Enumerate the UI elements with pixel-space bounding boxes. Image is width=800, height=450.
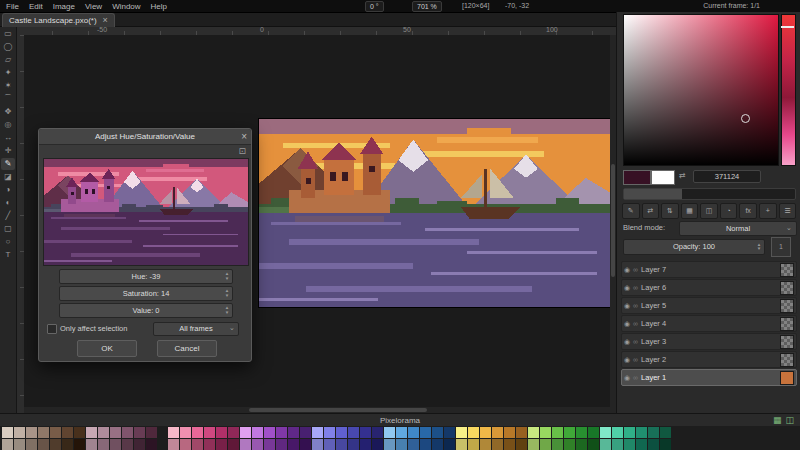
zoom-tool[interactable]: ◎ [1, 119, 15, 131]
palette-swatch[interactable] [456, 439, 467, 450]
palette-swatch[interactable] [146, 427, 157, 438]
palette-swatch[interactable] [98, 427, 109, 438]
palette-swatch[interactable] [660, 427, 671, 438]
palette-swatch[interactable] [276, 439, 287, 450]
layer-link-icon[interactable]: ∞ [633, 338, 638, 345]
layer-row[interactable]: ◉∞Layer 4 [621, 315, 797, 332]
menu-item-file[interactable]: File [6, 2, 19, 11]
palette-swatch[interactable] [168, 439, 179, 450]
layer-row[interactable]: ◉∞Layer 2 [621, 351, 797, 368]
palette-swatch[interactable] [38, 427, 49, 438]
menu-item-window[interactable]: Window [112, 2, 140, 11]
mirror-y-icon[interactable]: ⇅ [661, 203, 679, 219]
secondary-color-swatch[interactable] [651, 170, 675, 185]
palette-swatch[interactable] [134, 439, 145, 450]
palette-swatch[interactable] [324, 439, 335, 450]
palette-swatch[interactable] [38, 439, 49, 450]
value-slider[interactable]: Value: 0 [59, 303, 233, 318]
lasso-tool[interactable]: ⌒ [1, 93, 15, 105]
palette-swatch[interactable] [516, 439, 527, 450]
layer-link-icon[interactable]: ∞ [633, 374, 638, 381]
palette-swatch[interactable] [588, 427, 599, 438]
palette-swatch[interactable] [348, 439, 359, 450]
hue-slider[interactable]: Hue: -39 [59, 269, 233, 284]
palette-swatch[interactable] [468, 439, 479, 450]
palette-swatch[interactable] [228, 427, 239, 438]
color-picker-tool[interactable]: ✛ [1, 145, 15, 157]
palette-swatch[interactable] [648, 439, 659, 450]
layer-row[interactable]: ◉∞Layer 7 [621, 261, 797, 278]
spinner-icon[interactable] [223, 287, 231, 300]
layer-row[interactable]: ◉∞Layer 1 [621, 369, 797, 386]
palette-swatch[interactable] [384, 439, 395, 450]
palette-swatch[interactable] [122, 427, 133, 438]
palette-swatch[interactable] [264, 439, 275, 450]
palette-swatch[interactable] [168, 427, 179, 438]
layer-row[interactable]: ◉∞Layer 5 [621, 297, 797, 314]
hex-color-input[interactable]: 371124 [693, 170, 761, 183]
bucket-tool[interactable]: ◑ [1, 184, 15, 196]
color-picker-cursor[interactable] [741, 114, 750, 123]
color-select-tool[interactable]: ✦ [1, 67, 15, 79]
palette-swatch[interactable] [528, 439, 539, 450]
palette-swatch[interactable] [624, 439, 635, 450]
palette-swatch[interactable] [372, 427, 383, 438]
palette-swatch[interactable] [252, 427, 263, 438]
palette-swatch[interactable] [432, 439, 443, 450]
palette-swatch[interactable] [180, 427, 191, 438]
mirror-x-icon[interactable]: ⇄ [642, 203, 660, 219]
palette-swatch[interactable] [552, 439, 563, 450]
layer-row[interactable]: ◉∞Layer 6 [621, 279, 797, 296]
palette-swatch[interactable] [420, 439, 431, 450]
layer-visibility-icon[interactable]: ◉ [624, 302, 630, 310]
palette-swatch[interactable] [468, 427, 479, 438]
palette-swatch[interactable] [408, 427, 419, 438]
palette-swatch[interactable] [612, 427, 623, 438]
swap-colors-icon[interactable]: ⇄ [679, 171, 686, 180]
current-color-swatch[interactable] [623, 170, 651, 185]
palette-swatch[interactable] [216, 427, 227, 438]
palette-swatch[interactable] [636, 439, 647, 450]
preview-snapshot-icon[interactable]: ⊡ [238, 146, 246, 156]
palette-swatch[interactable] [528, 427, 539, 438]
palette-swatch[interactable] [552, 427, 563, 438]
palette-swatch[interactable] [74, 427, 85, 438]
palette-swatch[interactable] [14, 427, 25, 438]
rectangle-tool[interactable]: ▢ [1, 223, 15, 235]
palette-swatch[interactable] [324, 427, 335, 438]
saturation-slider[interactable]: Saturation: 14 [59, 286, 233, 301]
palette-swatch[interactable] [444, 427, 455, 438]
spinner-icon[interactable] [755, 240, 763, 254]
palette-swatch[interactable] [14, 439, 25, 450]
palette-swatch[interactable] [504, 427, 515, 438]
palette-swatch[interactable] [396, 439, 407, 450]
palette-swatch[interactable] [540, 427, 551, 438]
canvas[interactable] [258, 118, 616, 308]
palette-swatch[interactable] [264, 427, 275, 438]
move-tool[interactable]: ✥ [1, 106, 15, 118]
palette-swatch[interactable] [134, 427, 145, 438]
palette-swatch[interactable] [300, 439, 311, 450]
palette-swatch[interactable] [2, 427, 13, 438]
layer-visibility-icon[interactable]: ◉ [624, 374, 630, 382]
palette-swatch[interactable] [600, 439, 611, 450]
spinner-icon[interactable] [223, 304, 231, 317]
tab-close-icon[interactable]: × [103, 16, 108, 25]
palette-swatch[interactable] [660, 439, 671, 450]
brush-settings-icon[interactable]: ✎ [622, 203, 640, 219]
palette-swatch[interactable] [26, 427, 37, 438]
layer-link-icon[interactable]: ∞ [633, 320, 638, 327]
palette-swatch[interactable] [444, 439, 455, 450]
mirror-view-icon[interactable]: ◫ [785, 415, 794, 425]
alpha-slider[interactable] [623, 188, 796, 200]
onion-skin-icon[interactable]: ◔ [720, 203, 738, 219]
zoom-input[interactable]: 701 % [412, 1, 442, 12]
layer-visibility-icon[interactable]: ◉ [624, 320, 630, 328]
layer-link-icon[interactable]: ∞ [633, 284, 638, 291]
eraser-tool[interactable]: ◪ [1, 171, 15, 183]
palette-swatch[interactable] [62, 439, 73, 450]
pencil-tool[interactable]: ✎ [1, 158, 15, 170]
cancel-button[interactable]: Cancel [157, 340, 217, 357]
palette-swatch[interactable] [588, 439, 599, 450]
color-saturation-value-picker[interactable] [623, 14, 779, 166]
